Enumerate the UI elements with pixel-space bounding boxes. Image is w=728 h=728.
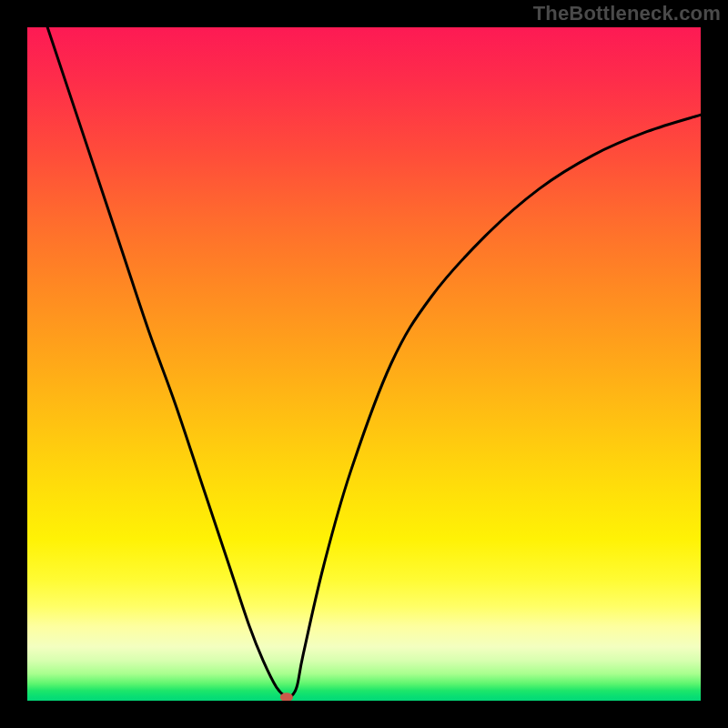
bottleneck-curve [47, 27, 701, 699]
chart-container: TheBottleneck.com [0, 0, 728, 728]
bottleneck-chart [27, 27, 701, 701]
watermark-text: TheBottleneck.com [533, 2, 721, 25]
